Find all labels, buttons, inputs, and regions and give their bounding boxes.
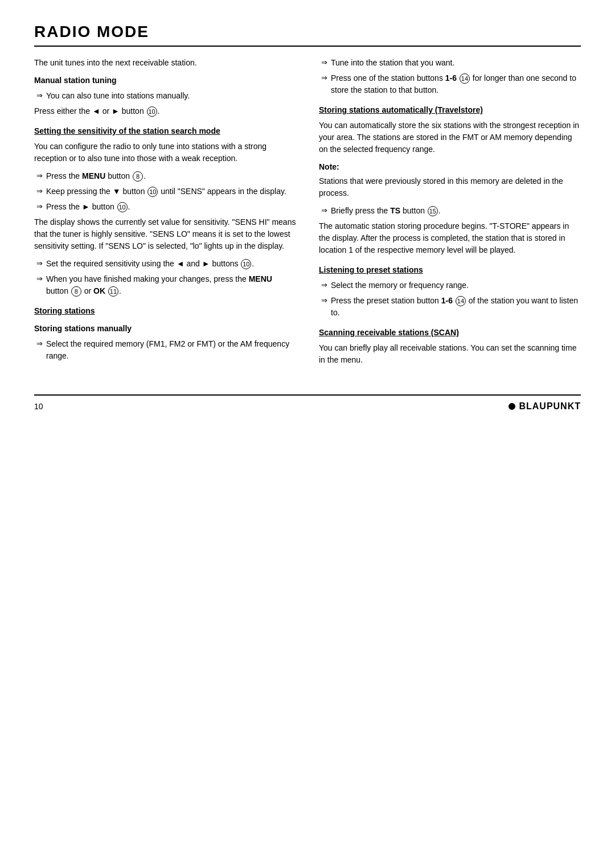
page-number: 10 — [34, 402, 43, 411]
circle-14a: 14 — [460, 73, 470, 84]
page-title: RADIO MODE — [34, 23, 581, 47]
sensitivity-item-text-5: When you have finished making your chang… — [46, 273, 296, 297]
sensitivity-body: The display shows the currently set valu… — [34, 216, 296, 252]
travelstore-item-text-1: Briefly press the TS button 15. — [331, 205, 581, 217]
listening-item-text-2: Press the preset station button 1-6 14 o… — [331, 295, 581, 319]
storing-manually-heading: Storing stations manually — [34, 323, 296, 335]
right-column: ⇒ Tune into the station that you want. ⇒… — [319, 57, 581, 372]
note-label: Note: — [319, 161, 581, 173]
circle-10b: 10 — [117, 202, 128, 212]
scanning-heading: Scanning receivable stations (SCAN) — [319, 327, 581, 339]
sensitivity-item-3: ⇒ Press the ► button 10. — [34, 201, 296, 213]
listening-item-2: ⇒ Press the preset station button 1-6 14… — [319, 295, 581, 319]
circle-10a: 10 — [147, 187, 158, 197]
brand-name: BLAUPUNKT — [519, 401, 581, 412]
arrow-icon-8: ⇒ — [321, 57, 327, 68]
tune-item-2: ⇒ Press one of the station buttons 1-6 1… — [319, 72, 581, 96]
arrow-icon-9: ⇒ — [321, 72, 327, 84]
brand-logo: BLAUPUNKT — [509, 401, 581, 412]
arrow-icon-3: ⇒ — [36, 186, 43, 197]
circle-8: 8 — [133, 171, 143, 182]
manual-tuning-heading: Manual station tuning — [34, 75, 296, 87]
sensitivity-item-text-2: Keep pressing the ▼ button 10 until "SEN… — [46, 186, 296, 198]
circle-14b: 14 — [456, 296, 466, 306]
button-10-circle: 10 — [147, 106, 157, 117]
circle-11: 11 — [108, 286, 118, 297]
manual-press-text: Press either the ◄ or ► button 10. — [34, 105, 296, 117]
sensitivity-item-5: ⇒ When you have finished making your cha… — [34, 273, 296, 297]
tune-item-1: ⇒ Tune into the station that you want. — [319, 57, 581, 69]
arrow-icon-5: ⇒ — [36, 258, 43, 269]
storing-heading: Storing stations — [34, 305, 296, 317]
arrow-icon-12: ⇒ — [321, 295, 327, 306]
brand-dot-icon — [509, 403, 515, 410]
arrow-icon: ⇒ — [36, 90, 43, 101]
listening-item-1: ⇒ Select the memory or frequency range. — [319, 279, 581, 291]
manual-item-1: ⇒ You can also tune into stations manual… — [34, 90, 296, 102]
arrow-icon-10: ⇒ — [321, 205, 327, 216]
tune-item-text-2: Press one of the station buttons 1-6 14 … — [331, 72, 581, 96]
travelstore-heading: Storing stations automatically (Travelst… — [319, 104, 581, 116]
arrow-icon-11: ⇒ — [321, 279, 327, 291]
travelstore-body: You can automatically store the six stat… — [319, 120, 581, 155]
circle-15: 15 — [428, 206, 438, 216]
sensitivity-intro: You can configure the radio to only tune… — [34, 141, 296, 164]
left-column: The unit tunes into the next receivable … — [34, 57, 296, 372]
storing-item-1: ⇒ Select the required memory (FM1, FM2 o… — [34, 338, 296, 362]
sensitivity-item-2: ⇒ Keep pressing the ▼ button 10 until "S… — [34, 186, 296, 198]
sensitivity-item-4: ⇒ Set the required sensitivity using the… — [34, 258, 296, 270]
listening-heading: Listening to preset stations — [319, 264, 581, 276]
arrow-icon-4: ⇒ — [36, 201, 43, 212]
scanning-body: You can briefly play all receivable stat… — [319, 342, 581, 366]
travelstore-body2: The automatic station storing procedure … — [319, 220, 581, 256]
manual-item-text-1: You can also tune into stations manually… — [46, 90, 296, 102]
circle-8b: 8 — [71, 286, 81, 297]
arrow-icon-2: ⇒ — [36, 170, 43, 182]
intro-text: The unit tunes into the next receivable … — [34, 57, 296, 69]
arrow-icon-7: ⇒ — [36, 338, 43, 349]
circle-10c: 10 — [241, 259, 251, 269]
storing-item-text-1: Select the required memory (FM1, FM2 or … — [46, 338, 296, 362]
sensitivity-item-text-1: Press the MENU button 8. — [46, 170, 296, 182]
sensitivity-item-1: ⇒ Press the MENU button 8. — [34, 170, 296, 182]
sensitivity-heading: Setting the sensitivity of the station s… — [34, 125, 296, 137]
sensitivity-item-text-3: Press the ► button 10. — [46, 201, 296, 213]
note-body: Stations that were previously stored in … — [319, 175, 581, 199]
listening-item-text-1: Select the memory or frequency range. — [331, 279, 581, 291]
sensitivity-item-text-4: Set the required sensitivity using the ◄… — [46, 258, 296, 270]
footer: 10 BLAUPUNKT — [34, 394, 581, 412]
arrow-icon-6: ⇒ — [36, 273, 43, 285]
tune-item-text-1: Tune into the station that you want. — [331, 57, 581, 69]
travelstore-item-1: ⇒ Briefly press the TS button 15. — [319, 205, 581, 217]
